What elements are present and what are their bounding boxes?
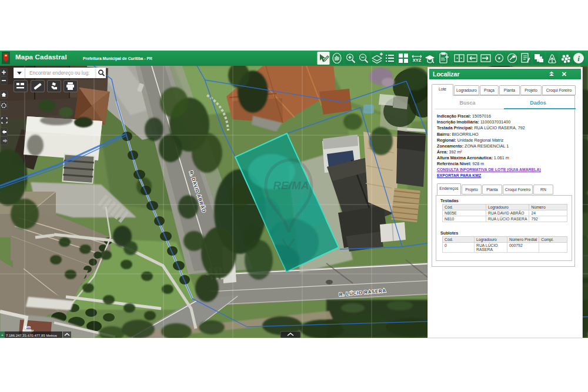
svg-text:RE/MA: RE/MA — [273, 179, 309, 192]
svg-text:7.186.247,33.670.477,85 Metros: 7.186.247,33.670.477,85 Metros — [6, 334, 57, 337]
svg-text:+: + — [1, 333, 4, 338]
svg-text:6m: 6m — [25, 325, 31, 329]
svg-text:XYZ: XYZ — [413, 58, 422, 63]
svg-text:i: i — [577, 54, 580, 63]
